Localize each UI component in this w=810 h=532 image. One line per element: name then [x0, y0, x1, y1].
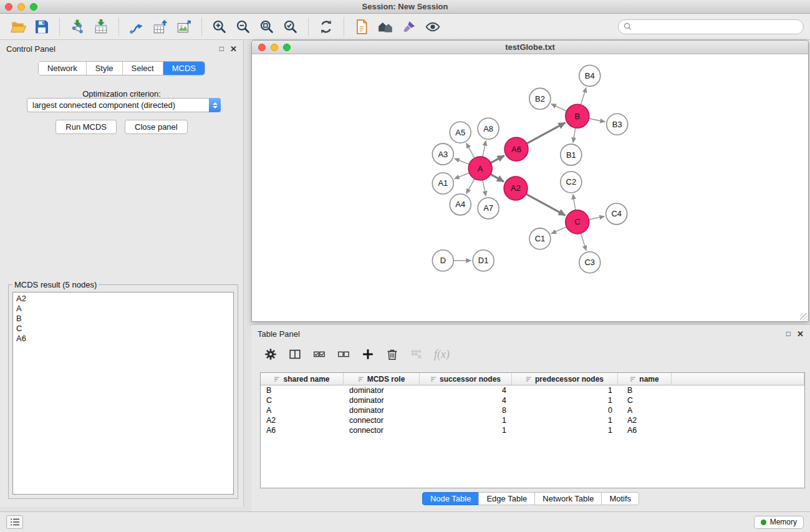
tab-mcds[interactable]: MCDS — [163, 62, 205, 75]
float-panel-icon[interactable]: □ — [219, 45, 224, 52]
delete-column-button[interactable] — [385, 347, 399, 361]
unselect-all-button[interactable] — [337, 347, 350, 361]
graph-edge[interactable] — [455, 158, 470, 164]
graph-node[interactable]: D — [432, 250, 453, 271]
graph-node[interactable]: C3 — [579, 252, 600, 273]
select-all-button[interactable] — [312, 347, 326, 361]
open-session-button[interactable] — [6, 16, 30, 37]
import-table-button[interactable] — [89, 16, 113, 37]
graph-node[interactable]: A2 — [504, 177, 528, 200]
float-table-panel-icon[interactable]: □ — [786, 330, 791, 337]
export-network-button[interactable] — [125, 16, 148, 37]
graph-edge[interactable] — [527, 123, 566, 143]
graph-edge[interactable] — [483, 180, 486, 196]
annotation-button[interactable] — [397, 16, 421, 37]
graph-node[interactable]: C4 — [606, 203, 627, 225]
export-image-button[interactable] — [172, 16, 196, 37]
graph-edge[interactable] — [573, 195, 576, 210]
graph-edge[interactable] — [589, 118, 605, 122]
graph-edge[interactable] — [589, 216, 604, 220]
graph-node[interactable]: B2 — [529, 88, 551, 109]
graph-node[interactable]: A1 — [432, 173, 453, 194]
tab-style[interactable]: Style — [87, 62, 123, 75]
graph-edge[interactable] — [581, 87, 586, 105]
graph-node[interactable]: C — [566, 210, 589, 234]
graph-node[interactable]: B3 — [607, 114, 628, 135]
add-column-button[interactable] — [361, 347, 375, 361]
result-item[interactable]: A2 — [13, 294, 233, 304]
tab-node-table[interactable]: Node Table — [422, 492, 480, 505]
table-row[interactable]: Bdominator41B — [261, 385, 804, 395]
graph-node[interactable]: A7 — [478, 198, 499, 219]
refresh-button[interactable] — [314, 16, 338, 37]
tab-select[interactable]: Select — [123, 62, 163, 75]
show-columns-button[interactable] — [288, 347, 302, 361]
graph-node[interactable]: A4 — [450, 194, 471, 215]
tab-network-table[interactable]: Network Table — [534, 492, 602, 505]
delete-table-button-disabled[interactable] — [410, 347, 423, 361]
graph-edge[interactable] — [526, 194, 566, 215]
close-table-panel-icon[interactable]: ✕ — [797, 330, 804, 338]
column-header[interactable]: name — [618, 373, 672, 385]
graph-node[interactable]: C2 — [561, 172, 582, 193]
graph-node[interactable]: A6 — [504, 137, 528, 161]
network-graph[interactable]: B4B2BB3A5A8A6B1A3AC2A1A2A4A7C4CC1C3DD1 — [253, 54, 808, 321]
zoom-fit-button[interactable] — [255, 16, 279, 37]
graph-node[interactable]: A3 — [432, 143, 453, 165]
graph-node[interactable]: B — [566, 104, 589, 128]
graph-node[interactable]: B4 — [579, 65, 600, 86]
table-row[interactable]: Cdominator41C — [261, 395, 804, 405]
graph-node[interactable]: A5 — [450, 122, 471, 143]
mcds-result-list[interactable]: A2ABCA6 — [12, 292, 234, 495]
minimize-network-icon[interactable] — [271, 44, 278, 51]
search-input[interactable] — [635, 22, 798, 31]
network-canvas[interactable]: B4B2BB3A5A8A6B1A3AC2A1A2A4A7C4CC1C3DD1 — [253, 54, 808, 321]
function-builder-button[interactable]: f(x) — [434, 348, 450, 361]
table-row[interactable]: A2connector11A2 — [261, 415, 804, 425]
close-network-icon[interactable] — [258, 44, 266, 51]
tab-motifs[interactable]: Motifs — [601, 492, 639, 505]
report-button[interactable] — [350, 16, 374, 37]
table-settings-button[interactable] — [264, 347, 277, 361]
graph-edge[interactable] — [551, 104, 567, 111]
window-resize-handle[interactable] — [800, 313, 808, 321]
column-header[interactable]: successor nodes — [420, 373, 512, 385]
column-header[interactable]: shared name — [261, 373, 344, 385]
graph-edge[interactable] — [466, 179, 475, 194]
graph-edge[interactable] — [491, 174, 504, 181]
run-mcds-button[interactable]: Run MCDS — [55, 120, 117, 134]
graph-node[interactable]: C1 — [529, 228, 551, 249]
result-item[interactable]: C — [13, 324, 233, 334]
result-item[interactable]: A — [13, 304, 233, 314]
graph-edge[interactable] — [483, 141, 486, 157]
export-table-button[interactable] — [148, 16, 172, 37]
table-row[interactable]: A6connector11A6 — [261, 425, 804, 435]
graph-edge[interactable] — [551, 227, 566, 234]
tab-edge-table[interactable]: Edge Table — [478, 492, 535, 505]
search-box[interactable] — [618, 19, 804, 34]
table-row[interactable]: Adominator80A — [261, 405, 804, 415]
graph-edge[interactable] — [466, 143, 475, 158]
graph-node[interactable]: D1 — [473, 250, 494, 271]
graph-edge[interactable] — [491, 155, 504, 163]
result-item[interactable]: B — [13, 314, 233, 324]
graph-edge[interactable] — [573, 128, 576, 142]
close-panel-button[interactable]: Close panel — [125, 120, 188, 134]
task-history-button[interactable] — [6, 515, 23, 529]
import-network-button[interactable] — [65, 16, 89, 37]
graph-node[interactable]: B1 — [561, 144, 582, 165]
home-button[interactable] — [374, 16, 397, 37]
save-session-button[interactable] — [30, 16, 54, 37]
minimize-window-icon[interactable] — [17, 3, 25, 11]
tab-network[interactable]: Network — [39, 62, 87, 75]
zoom-selected-button[interactable] — [279, 16, 302, 37]
optimization-dropdown[interactable]: largest connected component (directed) — [27, 98, 221, 112]
memory-button[interactable]: Memory — [754, 516, 804, 529]
close-panel-icon[interactable]: ✕ — [230, 45, 237, 53]
close-window-icon[interactable] — [5, 3, 12, 11]
graph-edge[interactable] — [581, 233, 586, 251]
zoom-in-button[interactable] — [208, 16, 231, 37]
result-item[interactable]: A6 — [13, 334, 233, 344]
graph-edge[interactable] — [455, 173, 470, 178]
graph-node[interactable]: A8 — [478, 118, 499, 139]
